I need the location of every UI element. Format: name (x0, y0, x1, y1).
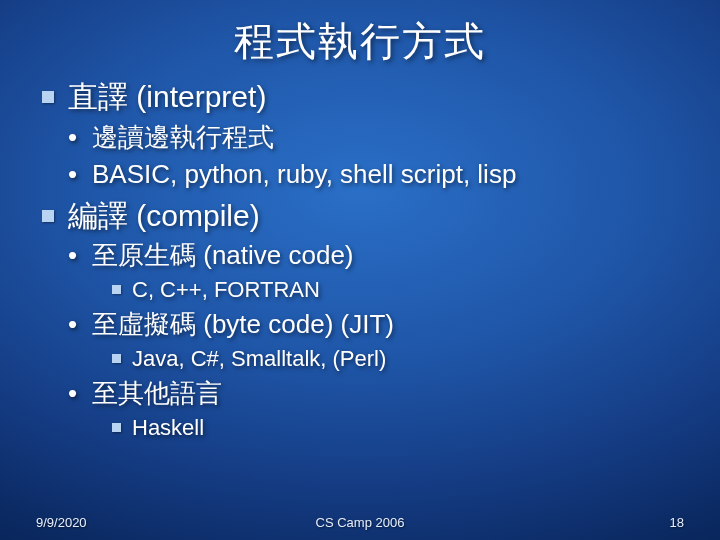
slide: 程式執行方式 直譯 (interpret) 邊讀邊執行程式 BASIC, pyt… (0, 0, 720, 540)
item-label: C, C++, FORTRAN (132, 277, 320, 302)
item-label: Haskell (132, 415, 204, 440)
bullet-list-level3: Haskell (92, 413, 690, 443)
item-label: 至其他語言 (92, 378, 222, 408)
slide-title: 程式執行方式 (0, 0, 720, 69)
item-label: 邊讀邊執行程式 (92, 122, 274, 152)
item-label: BASIC, python, ruby, shell script, lisp (92, 159, 516, 189)
list-item: 邊讀邊執行程式 (68, 120, 690, 155)
list-item: C, C++, FORTRAN (92, 275, 690, 305)
bullet-list-level3: Java, C#, Smalltalk, (Perl) (92, 344, 690, 374)
list-item: 至虛擬碼 (byte code) (JIT) Java, C#, Smallta… (68, 307, 690, 374)
bullet-list-level2: 邊讀邊執行程式 BASIC, python, ruby, shell scrip… (68, 120, 690, 192)
item-label: Java, C#, Smalltalk, (Perl) (132, 346, 386, 371)
bullet-list-level3: C, C++, FORTRAN (92, 275, 690, 305)
item-label: 直譯 (interpret) (68, 80, 266, 113)
list-item: 直譯 (interpret) 邊讀邊執行程式 BASIC, python, ru… (42, 77, 690, 192)
item-label: 至虛擬碼 (byte code) (JIT) (92, 309, 394, 339)
bullet-list-level1: 直譯 (interpret) 邊讀邊執行程式 BASIC, python, ru… (42, 77, 690, 443)
list-item: 編譯 (compile) 至原生碼 (native code) C, C++, … (42, 196, 690, 443)
list-item: 至其他語言 Haskell (68, 376, 690, 443)
bullet-list-level2: 至原生碼 (native code) C, C++, FORTRAN 至虛擬碼 … (68, 238, 690, 442)
list-item: 至原生碼 (native code) C, C++, FORTRAN (68, 238, 690, 305)
item-label: 至原生碼 (native code) (92, 240, 354, 270)
list-item: Haskell (92, 413, 690, 443)
list-item: BASIC, python, ruby, shell script, lisp (68, 157, 690, 192)
footer-center: CS Camp 2006 (0, 515, 720, 530)
footer-page: 18 (670, 515, 684, 530)
list-item: Java, C#, Smalltalk, (Perl) (92, 344, 690, 374)
slide-body: 直譯 (interpret) 邊讀邊執行程式 BASIC, python, ru… (0, 69, 720, 443)
item-label: 編譯 (compile) (68, 199, 260, 232)
